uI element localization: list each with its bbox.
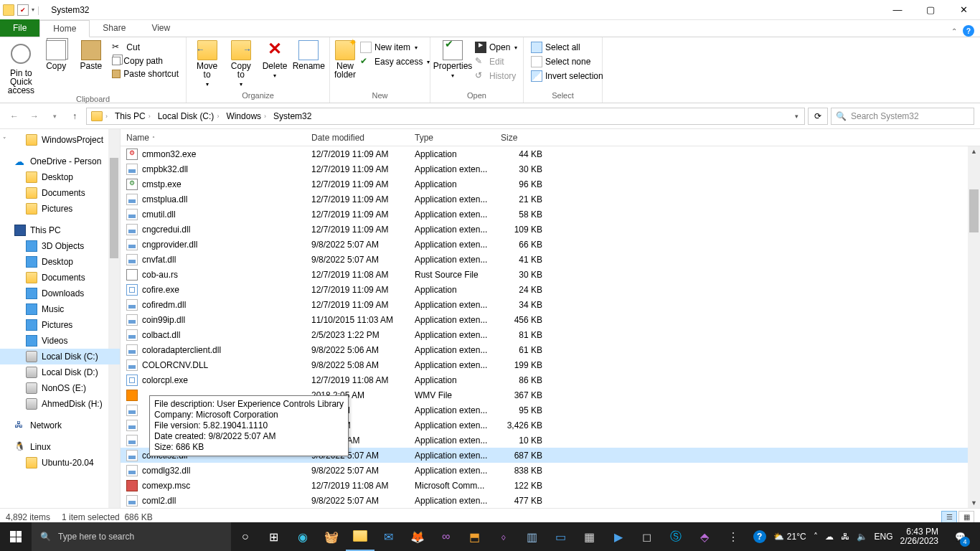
- column-headers[interactable]: Name˄ Date modified Type Size: [121, 129, 980, 146]
- tray-help-icon[interactable]: ?: [753, 530, 766, 543]
- copy-path-button[interactable]: Copy path: [109, 55, 182, 67]
- view-details-button[interactable]: ☰: [941, 511, 957, 524]
- tab-home[interactable]: Home: [39, 20, 90, 37]
- move-to-button[interactable]: ←Move to▾: [191, 39, 223, 89]
- forward-button[interactable]: →: [26, 108, 43, 125]
- file-row[interactable]: coloradapterclient.dll9/8/2022 5:06 AMAp…: [121, 342, 980, 357]
- edit-button[interactable]: ✎Edit: [472, 55, 520, 69]
- column-type[interactable]: Type: [409, 133, 495, 143]
- file-row[interactable]: COLORCNV.DLL9/8/2022 5:08 AMApplication …: [121, 357, 980, 372]
- file-row[interactable]: ⚙cmmon32.exe12/7/2019 11:09 AMApplicatio…: [121, 146, 980, 161]
- tray-volume-icon[interactable]: 🔈: [857, 532, 867, 542]
- taskbar-explorer-icon[interactable]: [346, 522, 374, 551]
- history-button[interactable]: ↺History: [472, 69, 520, 83]
- file-row[interactable]: ⚙cmstp.exe12/7/2019 11:09 AMApplication9…: [121, 176, 980, 192]
- breadcrumb-segment[interactable]: Local Disk (C:)›: [155, 110, 222, 123]
- nav-item[interactable]: Ubuntu-20.04: [0, 455, 120, 471]
- open-button[interactable]: ▶Open▾: [472, 40, 520, 55]
- up-button[interactable]: ↑: [66, 108, 83, 125]
- taskbar[interactable]: 🔍Type here to search ○ ⊞ ◉ 🧺 ✉ 🦊 ∞ ⬒ ⬨ ▥…: [0, 522, 980, 551]
- select-none-button[interactable]: Select none: [528, 55, 606, 69]
- nav-item[interactable]: 🖧Network: [0, 418, 120, 433]
- invert-selection-button[interactable]: Invert selection: [528, 69, 606, 83]
- ribbon-collapse-icon[interactable]: ⌃: [951, 27, 957, 35]
- new-item-button[interactable]: New item▾: [357, 40, 433, 55]
- taskbar-app-icon[interactable]: ◻: [633, 522, 661, 551]
- start-button[interactable]: [0, 522, 32, 551]
- nav-item[interactable]: ☁OneDrive - Person: [0, 154, 120, 169]
- scroll-up-icon[interactable]: ▲: [968, 148, 980, 155]
- breadcrumb-segment[interactable]: System32: [270, 110, 314, 123]
- file-row[interactable]: cofiredm.dll12/7/2019 11:09 AMApplicatio…: [121, 297, 980, 312]
- nav-item[interactable]: Documents: [0, 270, 120, 286]
- nav-item[interactable]: 3D Objects: [0, 238, 120, 254]
- taskbar-app-icon[interactable]: ▭: [547, 522, 575, 551]
- file-scrollbar[interactable]: ▲ ▼: [968, 146, 980, 508]
- nav-item[interactable]: Desktop: [0, 254, 120, 270]
- nav-item[interactable]: AhmedDisk (H:): [0, 396, 120, 412]
- refresh-button[interactable]: ⟳: [808, 108, 828, 125]
- properties-button[interactable]: Properties▾: [435, 39, 471, 80]
- address-dropdown-icon[interactable]: ▾: [791, 113, 803, 120]
- nav-tree[interactable]: ˅WindowsProject☁OneDrive - PersonDesktop…: [0, 129, 121, 508]
- tab-share[interactable]: Share: [90, 19, 138, 37]
- file-row[interactable]: cmstplua.dll12/7/2019 11:09 AMApplicatio…: [121, 192, 980, 207]
- taskbar-skype-icon[interactable]: Ⓢ: [661, 522, 690, 551]
- nav-item[interactable]: This PC: [0, 222, 120, 238]
- easy-access-button[interactable]: ✔Easy access▾: [357, 55, 433, 69]
- nav-item[interactable]: Pictures: [0, 317, 120, 333]
- file-row[interactable]: cmutil.dll12/7/2019 11:09 AMApplication …: [121, 207, 980, 222]
- file-row[interactable]: colorcpl.exe12/7/2019 11:08 AMApplicatio…: [121, 372, 980, 387]
- nav-item[interactable]: Music: [0, 301, 120, 317]
- column-size[interactable]: Size: [495, 133, 548, 143]
- cut-button[interactable]: ✂Cut: [109, 40, 182, 55]
- taskbar-store-icon[interactable]: 🧺: [317, 522, 346, 551]
- file-row[interactable]: cngprovider.dll9/8/2022 5:07 AMApplicati…: [121, 237, 980, 252]
- nav-item[interactable]: Pictures: [0, 201, 120, 217]
- help-icon[interactable]: ?: [963, 25, 974, 37]
- taskbar-app-icon[interactable]: ▦: [575, 522, 604, 551]
- file-row[interactable]: cnvfat.dll9/8/2022 5:07 AMApplication ex…: [121, 252, 980, 267]
- nav-item[interactable]: 🐧Linux: [0, 439, 120, 455]
- file-row[interactable]: coml2.dll9/8/2022 5:07 AMApplication ext…: [121, 493, 980, 508]
- close-button[interactable]: ✕: [947, 0, 980, 20]
- paste-button[interactable]: Paste: [75, 39, 108, 70]
- taskbar-mail-icon[interactable]: ✉: [374, 522, 403, 551]
- taskbar-app-icon[interactable]: ⋮: [719, 522, 748, 551]
- copy-to-button[interactable]: →Copy to▾: [225, 39, 257, 89]
- taskbar-app-icon[interactable]: ∞: [432, 522, 461, 551]
- nav-item[interactable]: Local Disk (C:): [0, 349, 120, 364]
- tray-weather[interactable]: ⛅21°C: [773, 532, 806, 542]
- taskbar-search[interactable]: 🔍Type here to search: [32, 522, 231, 551]
- view-large-icons-button[interactable]: ▦: [958, 511, 974, 524]
- tab-view[interactable]: View: [138, 19, 183, 37]
- nav-item[interactable]: Documents: [0, 185, 120, 201]
- taskbar-app-icon[interactable]: ▥: [518, 522, 547, 551]
- scroll-down-icon[interactable]: ▼: [968, 499, 980, 507]
- file-scroll-thumb[interactable]: [969, 189, 979, 232]
- file-row[interactable]: colbact.dll2/5/2023 1:22 PMApplication e…: [121, 327, 980, 342]
- taskbar-firefox-icon[interactable]: 🦊: [403, 522, 432, 551]
- breadcrumb[interactable]: › This PC› Local Disk (C:)› Windows› Sys…: [86, 108, 805, 125]
- nav-item[interactable]: Videos: [0, 333, 120, 349]
- tray-clock[interactable]: 6:43 PM2/26/2023: [900, 527, 938, 546]
- taskbar-app-icon[interactable]: ▶: [604, 522, 633, 551]
- file-row[interactable]: cofire.exe12/7/2019 11:09 AMApplication2…: [121, 282, 980, 297]
- maximize-button[interactable]: ▢: [914, 0, 947, 20]
- tray-notifications-button[interactable]: 💬4: [946, 522, 974, 551]
- file-row[interactable]: cngcredui.dll12/7/2019 11:09 AMApplicati…: [121, 222, 980, 237]
- nav-item[interactable]: Downloads: [0, 286, 120, 301]
- file-row[interactable]: coin99ip.dll11/10/2015 11:03 AMApplicati…: [121, 312, 980, 327]
- taskbar-app-icon[interactable]: ⬒: [461, 522, 489, 551]
- taskbar-vs-icon[interactable]: ⬘: [690, 522, 719, 551]
- tab-file[interactable]: File: [0, 19, 39, 37]
- tray-onedrive-icon[interactable]: ☁: [825, 532, 834, 542]
- file-row[interactable]: comdlg32.dll9/8/2022 5:07 AMApplication …: [121, 463, 980, 478]
- minimize-button[interactable]: —: [881, 0, 914, 20]
- copy-button[interactable]: Copy: [39, 39, 73, 70]
- file-row[interactable]: cmpbk32.dll12/7/2019 11:09 AMApplication…: [121, 161, 980, 176]
- tray-chevron-icon[interactable]: ˄: [814, 532, 818, 542]
- nav-item[interactable]: NonOS (E:): [0, 380, 120, 396]
- column-name[interactable]: Name˄: [121, 133, 306, 143]
- taskbar-cortana-icon[interactable]: ○: [231, 522, 260, 551]
